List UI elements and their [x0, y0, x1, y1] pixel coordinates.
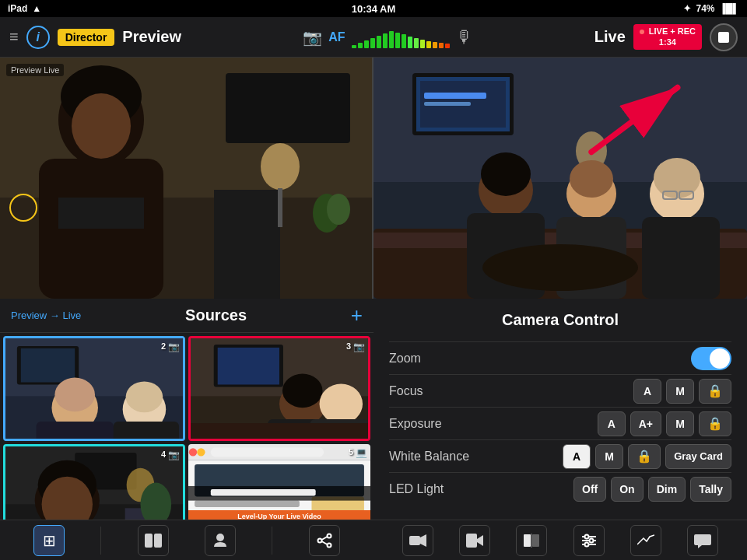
director-badge: Director — [58, 29, 115, 46]
led-off-btn[interactable]: Off — [573, 477, 606, 502]
focus-manual-btn[interactable]: M — [666, 379, 694, 404]
af-label[interactable]: AF — [328, 30, 345, 44]
split-view-btn[interactable] — [138, 525, 169, 556]
svg-point-83 — [327, 534, 331, 537]
svg-line-37 — [591, 87, 678, 152]
live-rec-badge: LIVE + REC 1:34 — [633, 24, 702, 49]
add-source-button[interactable]: + — [351, 303, 363, 327]
transition-btn[interactable] — [516, 525, 547, 556]
white-balance-label: White Balance — [389, 450, 563, 464]
go-live-btn[interactable] — [459, 525, 490, 556]
preview-to-live-label[interactable]: Preview → Live — [11, 310, 81, 321]
led-tally-btn[interactable]: Tally — [690, 477, 731, 502]
focus-auto-btn[interactable]: A — [633, 379, 661, 404]
live-arrow-overlay — [576, 73, 700, 170]
settings-btn[interactable] — [573, 525, 605, 556]
exposure-label: Exposure — [389, 417, 598, 431]
person-view-btn[interactable] — [205, 525, 236, 556]
svg-rect-79 — [211, 489, 316, 495]
svg-point-82 — [216, 534, 224, 541]
svg-point-98 — [584, 534, 588, 538]
audio-mixer-btn[interactable] — [630, 525, 661, 556]
mic-icon[interactable]: 🎙 — [456, 27, 473, 47]
audio-bar-5 — [383, 33, 388, 48]
wb-manual-btn[interactable]: M — [595, 444, 623, 469]
exposure-manual-btn[interactable]: M — [666, 411, 694, 436]
audio-bar-8 — [402, 34, 406, 48]
zoom-label: Zoom — [389, 352, 691, 366]
svg-rect-10 — [58, 198, 144, 229]
svg-line-87 — [321, 541, 327, 544]
svg-point-99 — [589, 538, 593, 542]
camera-mode-btn[interactable] — [402, 525, 433, 556]
svg-point-100 — [584, 542, 588, 546]
share-btn[interactable] — [309, 525, 340, 556]
audio-level-indicator — [352, 26, 450, 48]
svg-rect-47 — [114, 422, 179, 439]
chat-btn[interactable] — [687, 525, 718, 556]
live-pane — [374, 58, 747, 299]
svg-point-25 — [481, 152, 531, 196]
live-rec-label: LIVE + REC — [649, 26, 696, 37]
svg-rect-93 — [532, 534, 539, 547]
audio-bar-15 — [445, 44, 450, 48]
svg-rect-51 — [218, 348, 279, 385]
source-cam-icon-4: 📷 — [168, 450, 180, 460]
preview-label: Preview — [122, 28, 181, 46]
carrier-label: iPad — [8, 3, 27, 14]
toolbar-divider-2 — [272, 527, 272, 555]
audio-bar-1 — [358, 43, 363, 48]
live-dot — [640, 30, 644, 34]
audio-bar-7 — [395, 33, 400, 48]
source-num-2: 2 — [161, 341, 166, 351]
svg-point-71 — [189, 448, 197, 456]
source-thumb-2[interactable]: 2 📷 — [3, 336, 185, 441]
toolbar-divider-1 — [100, 527, 101, 555]
camera-control-panel: Camera Control Zoom Focus A M 🔒 Exposure… — [374, 299, 747, 552]
preview-video-content — [0, 58, 374, 299]
audio-bar-13 — [433, 42, 437, 48]
led-dim-btn[interactable]: Dim — [648, 477, 686, 502]
toggle-knob — [710, 348, 730, 369]
exposure-row: Exposure A A+ M 🔒 — [389, 407, 731, 439]
exposure-auto-btn[interactable]: A — [598, 411, 626, 436]
exposure-auto-plus-btn[interactable]: A+ — [630, 411, 661, 436]
audio-bar-12 — [426, 41, 431, 48]
svg-rect-2 — [226, 73, 350, 143]
source-thumb-3[interactable]: 3 📷 — [188, 336, 370, 441]
info-button[interactable]: i — [26, 26, 50, 49]
wb-lock-btn[interactable]: 🔒 — [628, 444, 661, 469]
source-cam-icon-3: 📷 — [353, 341, 365, 352]
top-bar: ≡ i Director Preview 📷 AF 🎙 Live LIVE + … — [0, 17, 747, 58]
status-left: iPad ▲ — [8, 3, 41, 14]
preview-pane: Preview Live — [0, 58, 374, 299]
camera-icon[interactable]: 📷 — [303, 28, 322, 47]
grid-view-btn[interactable]: ⊞ — [33, 525, 65, 556]
stop-button[interactable] — [710, 23, 738, 51]
bluetooth-icon: ✦ — [683, 3, 691, 14]
svg-rect-44 — [37, 422, 114, 439]
svg-point-12 — [327, 194, 350, 225]
exposure-lock-btn[interactable]: 🔒 — [699, 411, 731, 436]
led-on-btn[interactable]: On — [611, 477, 643, 502]
zoom-toggle[interactable] — [691, 347, 731, 370]
main-content: Preview → Live Sources + 2 — [0, 299, 747, 552]
svg-point-85 — [327, 543, 331, 547]
wb-auto-btn[interactable]: A — [563, 444, 591, 469]
focus-lock-btn[interactable]: 🔒 — [699, 379, 731, 404]
wb-gray-card-btn[interactable]: Gray Card — [665, 444, 731, 469]
sources-panel: Preview → Live Sources + 2 — [0, 299, 374, 552]
focus-row: Focus A M 🔒 — [389, 374, 731, 407]
svg-point-55 — [320, 383, 363, 424]
svg-point-46 — [126, 382, 163, 413]
source-screen-icon-5: 💻 — [356, 447, 367, 458]
source-cam-icon-2: 📷 — [168, 341, 180, 352]
svg-line-86 — [321, 537, 327, 540]
toolbar-left: ⊞ — [0, 525, 374, 556]
svg-point-9 — [72, 93, 131, 159]
svg-rect-32 — [642, 217, 720, 299]
menu-icon[interactable]: ≡ — [9, 28, 19, 46]
svg-rect-75 — [195, 500, 300, 506]
battery-label: 74% — [696, 3, 714, 14]
audio-bar-3 — [370, 38, 375, 48]
